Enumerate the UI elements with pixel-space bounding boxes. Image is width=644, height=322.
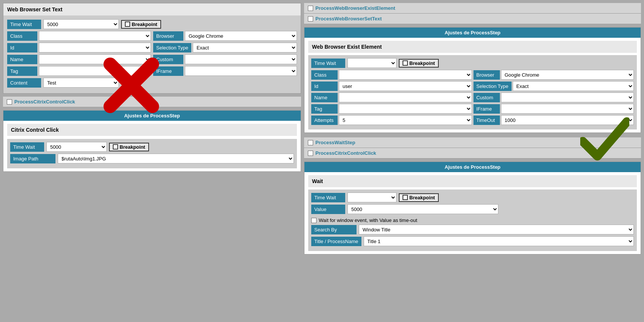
citrix-breakpoint-button[interactable]: Breakpoint — [109, 143, 149, 151]
exist-form-title: Web Browser Exist Element — [308, 41, 637, 53]
citrix-time-wait-label: Time Wait — [10, 142, 44, 152]
breakpoint-checkbox[interactable] — [125, 22, 130, 27]
wait-event-checkbox[interactable] — [311, 218, 317, 223]
exist-custom-label: Custom — [473, 93, 500, 102]
content-label: Content — [7, 78, 41, 88]
iframe-select[interactable] — [185, 66, 297, 76]
class-label: Class — [7, 31, 37, 41]
attempts-select[interactable]: 5 — [339, 115, 472, 125]
citrix-time-wait-select[interactable]: 5000 — [46, 142, 107, 152]
wait-breakpoint-button[interactable]: Breakpoint — [399, 193, 439, 202]
id-label: Id — [7, 43, 37, 52]
custom-select[interactable] — [185, 54, 297, 64]
left-form-title: Web Browser Set Text — [3, 3, 301, 15]
title-label: Title / ProcessName — [311, 237, 361, 246]
search-by-select[interactable]: Window Title — [359, 225, 634, 234]
exist-class-label: Class — [311, 70, 338, 80]
exist-class-select[interactable] — [339, 70, 472, 80]
timeout-label: TimeOut — [473, 116, 500, 125]
exist-custom-select[interactable] — [501, 92, 634, 102]
value-select[interactable]: 5000 — [347, 204, 498, 214]
citrix-form-title: Citrix Control Click — [7, 124, 297, 136]
exist-time-wait-select[interactable] — [347, 58, 397, 68]
selection-type-label: Selection Type — [153, 43, 191, 52]
exist-iframe-label: IFrame — [473, 104, 500, 114]
time-wait-label: Time Wait — [7, 20, 41, 29]
exist-iframe-select[interactable] — [501, 104, 634, 114]
process-citrix2-name[interactable]: ProcessCitrixControlClick — [315, 150, 376, 156]
process-citrix-checkbox[interactable] — [7, 99, 12, 105]
wait-event-label: Wait for window event, with Value as tim… — [319, 217, 417, 223]
process-settext-name[interactable]: ProcessWebBrowserSetText — [315, 16, 382, 22]
exist-name-label: Name — [311, 93, 338, 102]
citrix-breakpoint-label: Breakpoint — [120, 144, 145, 150]
process-settext-checkbox[interactable] — [308, 16, 313, 22]
exist-browser-label: Browser — [473, 70, 500, 80]
attempts-label: Attempts — [311, 116, 338, 125]
image-path-select[interactable]: $rutaAuto\Img1.JPG — [58, 154, 294, 163]
wait-time-wait-label: Time Wait — [311, 193, 345, 202]
exist-id-select[interactable]: user — [339, 81, 472, 91]
search-by-label: Search By — [311, 225, 357, 234]
exist-name-select[interactable] — [339, 92, 472, 102]
tag-label: Tag — [7, 66, 37, 76]
exist-selection-type-label: Selection Type — [473, 82, 512, 91]
title-select[interactable]: Title 1 — [364, 236, 634, 246]
exist-browser-select[interactable]: Google Chrome — [501, 70, 634, 80]
process-citrix-name[interactable]: ProcessCitrixControlClick — [14, 99, 75, 105]
process-exist-name[interactable]: ProcessWebBrowserExistElement — [315, 5, 395, 11]
breakpoint-button[interactable]: Breakpoint — [121, 20, 161, 29]
process-citrix2-checkbox[interactable] — [308, 151, 313, 156]
image-path-label: Image Path — [10, 154, 55, 163]
wait-section-header: Ajustes de ProcessStep — [304, 162, 641, 172]
wait-breakpoint-checkbox[interactable] — [403, 195, 408, 200]
wait-breakpoint-label: Breakpoint — [409, 195, 435, 200]
exist-breakpoint-checkbox[interactable] — [403, 60, 408, 66]
exist-time-wait-label: Time Wait — [311, 59, 345, 68]
red-x-icon — [101, 55, 161, 117]
exist-breakpoint-label: Breakpoint — [409, 60, 435, 66]
value-label: Value — [311, 205, 345, 214]
browser-label: Browser — [153, 31, 183, 41]
id-select[interactable] — [39, 43, 151, 52]
process-exist-checkbox[interactable] — [308, 6, 313, 11]
process-wait-checkbox[interactable] — [308, 140, 313, 145]
time-wait-select[interactable]: 5000 — [43, 19, 119, 29]
class-select[interactable] — [39, 31, 151, 41]
browser-select[interactable]: Google Chrome — [185, 31, 297, 41]
exist-section-header: Ajustes de ProcessStep — [304, 28, 641, 38]
citrix-breakpoint-checkbox[interactable] — [113, 144, 118, 149]
wait-form-title: Wait — [308, 175, 637, 187]
green-check-icon — [580, 116, 629, 163]
process-wait-name[interactable]: ProcessWaitStep — [315, 140, 355, 145]
name-label: Name — [7, 55, 37, 64]
exist-selection-type-select[interactable]: Exact — [513, 81, 634, 91]
breakpoint-label: Breakpoint — [132, 22, 157, 27]
exist-tag-label: Tag — [311, 104, 338, 114]
exist-breakpoint-button[interactable]: Breakpoint — [399, 59, 439, 68]
exist-id-label: Id — [311, 82, 338, 91]
selection-type-select[interactable]: Exact — [193, 43, 297, 52]
wait-time-wait-select[interactable] — [347, 193, 397, 202]
exist-tag-select[interactable] — [339, 104, 472, 114]
